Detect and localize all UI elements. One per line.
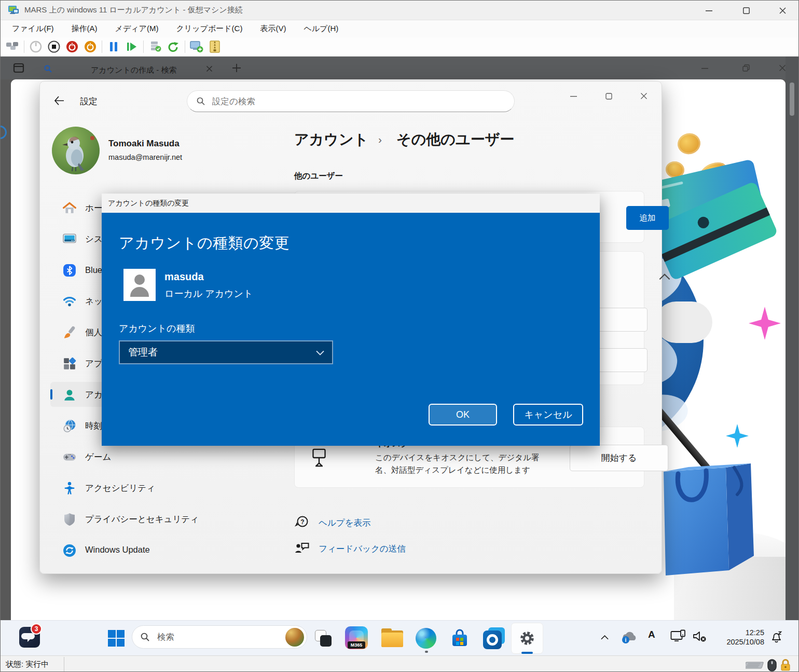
sidebar-item-privacy[interactable]: プライバシーとセキュリティ xyxy=(50,506,285,531)
sidebar-item-accessibility[interactable]: アクセシビリティ xyxy=(50,475,285,500)
power-gray-icon xyxy=(30,40,42,53)
taskbar-chat-icon[interactable]: 3 xyxy=(19,627,40,648)
browser-scrollbar[interactable] xyxy=(786,57,799,621)
selected-indicator xyxy=(50,389,52,400)
breadcrumb-separator: › xyxy=(378,133,382,146)
turnoff-button[interactable] xyxy=(84,40,97,53)
revert-button[interactable] xyxy=(167,40,180,53)
ctrl-alt-del-button[interactable] xyxy=(6,40,19,53)
menu-action[interactable]: 操作(A) xyxy=(70,22,100,35)
settings-search-box[interactable] xyxy=(187,90,515,112)
cancel-button[interactable]: キャンセル xyxy=(513,404,583,426)
task-view-button[interactable] xyxy=(313,628,334,649)
clock[interactable]: 12:25 2025/10/08 xyxy=(718,628,764,647)
avatar[interactable] xyxy=(52,127,100,174)
coin-icon xyxy=(676,131,702,156)
notification-bell-button[interactable] xyxy=(768,629,784,644)
scrollbar-thumb[interactable] xyxy=(790,83,794,116)
menu-file[interactable]: ファイル(F) xyxy=(10,22,56,35)
file-explorer-button[interactable] xyxy=(381,628,403,648)
settings-search-input[interactable] xyxy=(211,96,481,107)
new-vm-button[interactable] xyxy=(190,40,203,53)
add-machine-icon xyxy=(190,40,203,53)
checkpoint-button[interactable] xyxy=(148,40,162,53)
sync-icon xyxy=(63,544,76,557)
ime-indicator[interactable]: A xyxy=(648,629,655,640)
hyperv-app-icon xyxy=(8,5,19,16)
show-help-link[interactable]: ヘルプを表示 xyxy=(319,517,371,529)
vm-maximize-button[interactable] xyxy=(734,3,758,18)
dialog-titlebar-text: アカウントの種類の変更 xyxy=(108,199,189,208)
svg-text:i: i xyxy=(625,637,627,643)
other-users-label: 他のユーザー xyxy=(294,171,343,182)
onedrive-tray-icon[interactable]: i xyxy=(620,629,638,644)
settings-title: 設定 xyxy=(80,95,98,107)
resume-button[interactable] xyxy=(125,40,139,53)
feedback-icon xyxy=(295,541,309,555)
ok-label: OK xyxy=(456,409,470,420)
new-tab-icon[interactable] xyxy=(232,63,241,73)
dialog-user-type: ローカル アカウント xyxy=(164,287,253,300)
dialog-titlebar[interactable]: アカウントの種類の変更 xyxy=(102,194,600,213)
zip-archive-button[interactable] xyxy=(208,40,222,53)
checkpoint-icon xyxy=(149,40,161,53)
browser-tabbar: アカウントの作成 - 検索 xyxy=(1,57,799,79)
vm-close-button[interactable] xyxy=(770,3,794,18)
browser-restore-button[interactable] xyxy=(734,60,758,76)
tab-actions-icon[interactable] xyxy=(13,62,24,74)
volume-muted-tray-icon[interactable] xyxy=(692,629,707,643)
add-account-label: 追加 xyxy=(640,213,656,224)
ok-button[interactable]: OK xyxy=(429,404,497,426)
restore-icon xyxy=(742,64,750,72)
edge-running-indicator xyxy=(425,651,428,653)
dialog-heading: アカウントの種類の変更 xyxy=(119,233,290,254)
tray-overflow-button[interactable] xyxy=(597,630,612,644)
breadcrumb-parent[interactable]: アカウント xyxy=(294,130,368,149)
help-bubble-icon: ? xyxy=(295,515,309,529)
outlook-button[interactable] xyxy=(483,627,505,649)
account-type-dropdown[interactable]: 管理者 xyxy=(119,340,333,364)
display-icon xyxy=(670,629,686,643)
send-feedback-link[interactable]: フィードバックの送信 xyxy=(319,543,406,555)
settings-minimize-button[interactable] xyxy=(561,88,585,104)
kiosk-start-button[interactable]: 開始する xyxy=(570,445,668,471)
vm-titlebar: MARS 上の windows 11 ローカルアカウント - 仮想マシン接続 xyxy=(1,1,799,20)
taskbar-search-input[interactable] xyxy=(156,632,265,642)
copilot-m365-icon[interactable]: M365 xyxy=(345,626,368,649)
ctrl-alt-del-icon xyxy=(6,42,19,52)
sidebar-item-gaming[interactable]: ゲーム xyxy=(50,444,285,469)
browser-minimize-button[interactable] xyxy=(693,60,717,76)
shutdown-button[interactable] xyxy=(65,40,79,53)
tab-close-icon[interactable] xyxy=(206,65,213,72)
store-icon xyxy=(450,628,470,648)
store-button[interactable] xyxy=(449,628,470,649)
speaker-muted-icon xyxy=(693,630,707,642)
menu-help[interactable]: ヘルプ(H) xyxy=(301,22,340,35)
menu-media[interactable]: メディア(M) xyxy=(113,22,161,35)
chevron-up-icon[interactable] xyxy=(659,273,670,280)
menu-clipboard[interactable]: クリップボード(C) xyxy=(174,22,244,35)
close-icon xyxy=(779,7,786,14)
browser-tab[interactable]: アカウントの作成 - 検索 xyxy=(33,59,225,78)
edge-browser-button[interactable] xyxy=(416,628,436,649)
settings-active-indicator xyxy=(521,652,533,654)
add-account-button[interactable]: 追加 xyxy=(626,206,669,230)
cast-tray-icon[interactable] xyxy=(670,629,686,643)
settings-maximize-button[interactable] xyxy=(597,88,621,104)
power-disabled-button[interactable] xyxy=(29,40,43,53)
taskbar-search-box[interactable] xyxy=(132,625,307,649)
chevron-down-icon xyxy=(316,350,324,355)
pause-button[interactable] xyxy=(107,40,120,53)
settings-close-button[interactable] xyxy=(632,88,656,104)
sidebar-item-windows-update[interactable]: Windows Update xyxy=(50,538,285,563)
system-icon xyxy=(63,232,76,246)
menu-view[interactable]: 表示(V) xyxy=(258,22,288,35)
cancel-label: キャンセル xyxy=(524,408,572,421)
start-button[interactable] xyxy=(105,627,127,649)
vm-minimize-button[interactable] xyxy=(697,3,721,18)
stop-button[interactable] xyxy=(47,40,61,53)
settings-app-button[interactable] xyxy=(511,623,543,654)
vm-toolbar xyxy=(1,37,799,57)
vm-menubar: ファイル(F) 操作(A) メディア(M) クリップボード(C) 表示(V) ヘ… xyxy=(1,20,799,37)
back-arrow-icon[interactable] xyxy=(54,96,64,105)
